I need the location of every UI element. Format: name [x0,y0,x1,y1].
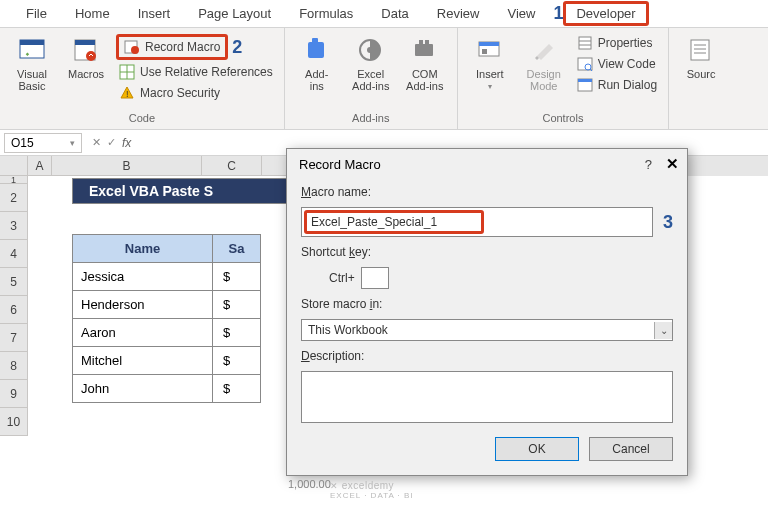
tab-developer[interactable]: Developer [563,1,648,26]
description-label: Description: [301,349,673,363]
cell-name[interactable]: Jessica [73,263,213,291]
group-xml: Sourc [669,28,733,129]
grid-icon [119,64,135,80]
cell-salary[interactable]: $ [213,347,261,375]
tab-formulas[interactable]: Formulas [285,2,367,25]
macro-name-value: Excel_Paste_Special_1 [311,215,437,229]
dialog-title-text: Record Macro [299,157,381,172]
record-macro-dialog: Record Macro ? ✕ Macro name: Excel_Paste… [286,148,688,476]
macros-label: Macros [68,68,104,80]
excel-addins-label: Excel Add-ins [352,68,389,92]
macro-security-button[interactable]: ! Macro Security [116,84,276,102]
row-header[interactable]: 5 [0,268,28,296]
row-header[interactable]: 9 [0,380,28,408]
svg-rect-12 [308,42,324,58]
dialog-help-button[interactable]: ? [645,157,652,172]
chevron-down-icon[interactable]: ▾ [70,138,75,148]
callout-1: 1 [553,3,563,24]
svg-rect-22 [579,37,591,49]
insert-control-label: Insert [476,68,504,80]
source-label: Sourc [687,68,716,80]
addins-icon [301,34,333,66]
row-header[interactable]: 6 [0,296,28,324]
store-macro-select[interactable]: This Workbook ⌄ [301,319,673,341]
cancel-formula-icon[interactable]: ✕ [92,136,101,149]
watermark: ✕ exceldemy EXCEL · DATA · BI [330,480,414,500]
tab-review[interactable]: Review [423,2,494,25]
group-addins: Add- ins Excel Add-ins COM Add-ins Add-i… [285,28,458,129]
source-button[interactable]: Sourc [677,32,725,80]
cell-salary[interactable]: $ [213,319,261,347]
row-header[interactable]: 7 [0,324,28,352]
cell-salary[interactable]: $ [213,291,261,319]
record-macro-button[interactable]: Record Macro [116,34,228,60]
visual-basic-button[interactable]: ⬥ Visual Basic [8,32,56,92]
row-header[interactable]: 10 [0,408,28,436]
row-header[interactable]: 3 [0,212,28,240]
header-name[interactable]: Name [73,235,213,263]
use-relative-label: Use Relative References [140,65,273,79]
row-header[interactable]: 8 [0,352,28,380]
properties-button[interactable]: Properties [574,34,660,52]
svg-point-15 [367,47,373,53]
cell-name[interactable]: Henderson [73,291,213,319]
tab-file[interactable]: File [12,2,61,25]
svg-rect-1 [20,40,44,45]
cell-salary[interactable]: $ [213,263,261,291]
svg-rect-17 [419,40,423,44]
use-relative-references-button[interactable]: Use Relative References [116,63,276,81]
macros-button[interactable]: Macros [62,32,110,80]
macro-name-input[interactable]: Excel_Paste_Special_1 [301,207,653,237]
dialog-titlebar[interactable]: Record Macro ? ✕ [287,149,687,179]
name-box-value: O15 [11,136,34,150]
tab-insert[interactable]: Insert [124,2,185,25]
cancel-button[interactable]: Cancel [589,437,673,461]
row-header[interactable]: 1 [0,176,28,184]
column-header[interactable]: B [52,156,202,176]
addins-button[interactable]: Add- ins [293,32,341,92]
group-controls: Insert ▾ Design Mode Properties View Cod… [458,28,669,129]
enter-formula-icon[interactable]: ✓ [107,136,116,149]
header-salary[interactable]: Sa [213,235,261,263]
group-controls-label: Controls [466,112,660,127]
column-header[interactable]: A [28,156,52,176]
svg-rect-30 [691,40,709,60]
cell-name[interactable]: Aaron [73,319,213,347]
macro-security-label: Macro Security [140,86,220,100]
shortcut-key-label: Shortcut key: [301,245,673,259]
tab-page-layout[interactable]: Page Layout [184,2,285,25]
shortcut-key-input[interactable] [361,267,389,289]
svg-text:!: ! [126,89,129,99]
cell-salary[interactable]: $ [213,375,261,403]
run-dialog-button[interactable]: Run Dialog [574,76,660,94]
row-header[interactable]: 4 [0,240,28,268]
ok-button[interactable]: OK [495,437,579,461]
tab-home[interactable]: Home [61,2,124,25]
design-mode-button[interactable]: Design Mode [520,32,568,92]
excel-addins-button[interactable]: Excel Add-ins [347,32,395,92]
cell-name[interactable]: John [73,375,213,403]
svg-text:⬥: ⬥ [25,49,30,58]
svg-rect-21 [482,49,487,54]
name-box[interactable]: O15 ▾ [4,133,82,153]
tab-view[interactable]: View [493,2,549,25]
insert-control-button[interactable]: Insert ▾ [466,32,514,91]
svg-rect-29 [578,79,592,82]
column-header[interactable]: C [202,156,262,176]
sheet-title-cell[interactable]: Excel VBA Paste S [72,178,302,204]
cell-name[interactable]: Mitchel [73,347,213,375]
tab-data[interactable]: Data [367,2,422,25]
select-all-corner[interactable] [0,156,28,176]
com-addins-button[interactable]: COM Add-ins [401,32,449,92]
fx-icon[interactable]: fx [122,136,131,150]
properties-label: Properties [598,36,653,50]
ribbon-content: ⬥ Visual Basic Macros Record Macro [0,28,768,130]
row-header[interactable]: 2 [0,184,28,212]
macros-icon [70,34,102,66]
data-table: Name Sa Jessica$ Henderson$ Aaron$ Mitch… [72,234,261,403]
dialog-close-button[interactable]: ✕ [666,155,679,173]
ribbon-tabs: File Home Insert Page Layout Formulas Da… [0,0,768,28]
view-code-button[interactable]: View Code [574,55,660,73]
description-input[interactable] [301,371,673,423]
svg-point-5 [86,51,96,61]
